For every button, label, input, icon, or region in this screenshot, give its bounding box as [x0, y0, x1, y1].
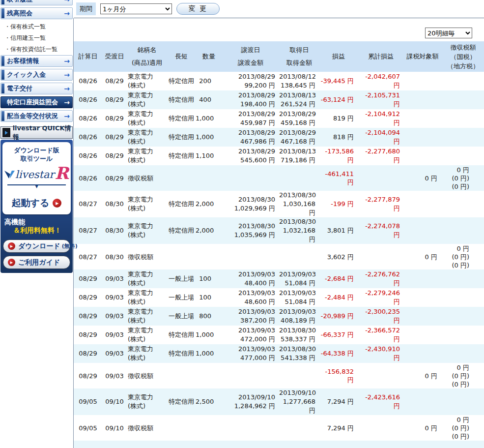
- cell-delivery-date: 08/29: [102, 147, 127, 165]
- cell-transfer: 2013/08/301,029,969 円: [222, 191, 279, 217]
- cell-taxable: 0 円: [404, 165, 441, 191]
- cell-calc-date: 08/26: [74, 147, 102, 165]
- cell-name: 東京電力(株式): [127, 326, 167, 344]
- nav-arrow-icon: →: [64, 112, 72, 120]
- cell-acquisition: 2013/08/301,032,168 円: [279, 217, 319, 244]
- cell-acquisition: 2013/08/13719,186 円: [279, 147, 319, 165]
- cell-taxable: 0 円: [404, 244, 441, 269]
- cell-delivery-date: 09/03: [102, 344, 127, 363]
- cell-quantity: [196, 415, 222, 441]
- cell-name: 東京電力(株式): [127, 288, 167, 307]
- cell-cumulative-pl: -2,277,879 円: [358, 191, 404, 217]
- tax-row: 09/0509/10徴収税額7,294 円0 円0 円(0 円)(0 円): [74, 415, 484, 441]
- cell-cumulative-pl: -2,366,572 円: [358, 326, 404, 344]
- col-header-pl: 損益: [319, 41, 358, 72]
- cell-quantity: 1,000: [196, 128, 222, 147]
- trade-row: 08/2608/29東京電力(株式)特定信用1,1002013/08/29545…: [74, 147, 484, 165]
- cell-cumulative-pl: [358, 363, 404, 388]
- cell-quantity: 800: [196, 307, 222, 326]
- cell-term: 特定信用: [167, 147, 196, 165]
- trade-row: 08/2909/03東京電力(株式)一般上場1002013/09/0348,40…: [74, 269, 484, 288]
- cell-delivery-date: 08/30: [102, 191, 127, 217]
- trade-row: 08/2608/29東京電力(株式)特定信用1,0002013/08/29459…: [74, 109, 484, 128]
- col-header-cumulative-pl: 累計損益: [358, 41, 404, 72]
- sidebar-item[interactable]: 残高照会→: [0, 7, 73, 19]
- livestar-promo-panel: ダウンロード版 取引ツール livestar R ▼ 起動する ▶ 高機能 ＆利…: [0, 140, 73, 273]
- cell-acquisition: 2013/08/30538,337 円: [279, 326, 319, 344]
- sidebar-item[interactable]: クイック入金→: [0, 69, 73, 81]
- cell-pl: -20,989 円: [319, 307, 358, 326]
- sidebar-item[interactable]: 取引履歴→: [0, 0, 73, 5]
- cell-taxable: [404, 191, 441, 217]
- sidebar-item-selected[interactable]: 特定口座損益照会→: [0, 96, 73, 108]
- cell-delivery-date: [102, 441, 127, 448]
- cell-term: 特定信用: [167, 388, 196, 415]
- sidebar-item-livestar-quick[interactable]: livestar QUICK情報: [0, 126, 73, 139]
- sidebar-sublink[interactable]: ・信用建玉一覧: [0, 32, 73, 44]
- cell-delivery-date: 08/29: [102, 90, 127, 109]
- per-page-select[interactable]: 20明細毎: [425, 28, 472, 38]
- trade-row: 08/2909/03東京電力(株式)一般上場8002013/09/03387,2…: [74, 307, 484, 326]
- feature-banner: 高機能 ＆利用料無料！: [2, 214, 71, 237]
- cell-taxable: [404, 269, 441, 288]
- guide-button[interactable]: ▶ ご利用ガイド: [3, 256, 70, 269]
- launch-button[interactable]: 起動する ▶: [3, 197, 70, 209]
- cell-transfer: 2013/08/2999,200 円: [222, 72, 279, 90]
- livestar-tool-card[interactable]: ダウンロード版 取引ツール livestar R ▼ 起動する ▶: [2, 142, 71, 214]
- sidebar-item[interactable]: 配当金等交付状況→: [0, 110, 73, 122]
- cell-term: 特定信用: [167, 109, 196, 128]
- cell-acquisition: [279, 363, 319, 388]
- cell-quantity: [196, 441, 222, 448]
- cell-transfer: 2013/09/0348,400 円: [222, 269, 279, 288]
- cell-pl: -64,338 円: [319, 344, 358, 363]
- cell-term: 特定信用: [167, 191, 196, 217]
- logo-text: livestar: [15, 169, 55, 180]
- cell-withholding: [441, 388, 484, 415]
- cell-calc-date: 09/05: [74, 415, 102, 441]
- tool-name: ダウンロード版 取引ツール: [3, 146, 70, 163]
- play-icon: ▶: [8, 259, 15, 266]
- period-label: 期間: [76, 2, 96, 15]
- period-select[interactable]: 1ヶ月分: [100, 3, 172, 14]
- trade-row: 09/0509/10東京電力(株式)特定信用2,5002013/09/101,2…: [74, 388, 484, 415]
- cell-cumulative-pl: [358, 165, 404, 191]
- cell-cumulative-pl: -2,277,680 円: [358, 147, 404, 165]
- cell-withholding: [441, 307, 484, 326]
- cell-pl: -173,586 円: [319, 147, 358, 165]
- download-button[interactable]: ▶ ダウンロード (無料): [3, 239, 70, 253]
- cell-pl: -199 円: [319, 191, 358, 217]
- sidebar-item[interactable]: お客様情報→: [0, 55, 73, 67]
- cell-delivery-date: 09/03: [102, 326, 127, 344]
- cell-cumulative-pl: -2,276,762 円: [358, 269, 404, 288]
- sidebar-sublink[interactable]: ・保有株式一覧: [0, 21, 73, 32]
- cell-taxable: [404, 307, 441, 326]
- cell-pl: 3,801 円: [319, 217, 358, 244]
- change-button[interactable]: 変 更: [176, 3, 220, 15]
- cell-cumulative-pl: -2,274,078 円: [358, 217, 404, 244]
- cell-pl: -66,337 円: [319, 326, 358, 344]
- cell-withholding: 0 円(0 円)(0 円): [441, 363, 484, 388]
- play-icon: ▶: [53, 199, 61, 208]
- cell-delivery-date: 08/29: [102, 165, 127, 191]
- cell-quantity: [196, 165, 222, 191]
- cell-delivery-date: 08/29: [102, 109, 127, 128]
- cell-taxable: 0 円: [404, 415, 441, 441]
- cell-withholding: [441, 288, 484, 307]
- cell-transfer: 2013/09/03387,200 円: [222, 307, 279, 326]
- cell-term: 特定信用: [167, 344, 196, 363]
- cell-name: 東京電力(株式): [127, 344, 167, 363]
- cell-cumulative-pl: -2,423,616 円: [358, 441, 404, 448]
- nav-arrow-icon: →: [64, 71, 72, 79]
- cell-acquisition: [279, 165, 319, 191]
- cell-calc-date: 08/27: [74, 191, 102, 217]
- cell-pl: -39,445 円: [319, 72, 358, 90]
- col-header-taxable: 課税対象額: [404, 41, 441, 72]
- cell-quantity: 200: [196, 72, 222, 90]
- sidebar-item[interactable]: 電子交付→: [0, 83, 73, 94]
- nav-arrow-icon: →: [64, 85, 72, 92]
- sidebar-sublink[interactable]: ・保有投資信託一覧: [0, 44, 73, 55]
- cell-name: 東京電力(株式): [127, 147, 167, 165]
- cell-transfer: 2013/08/29545,600 円: [222, 147, 279, 165]
- cell-name: 東京電力(株式): [127, 90, 167, 109]
- trade-row: 08/2608/29東京電力(株式)特定信用2002013/08/2999,20…: [74, 72, 484, 90]
